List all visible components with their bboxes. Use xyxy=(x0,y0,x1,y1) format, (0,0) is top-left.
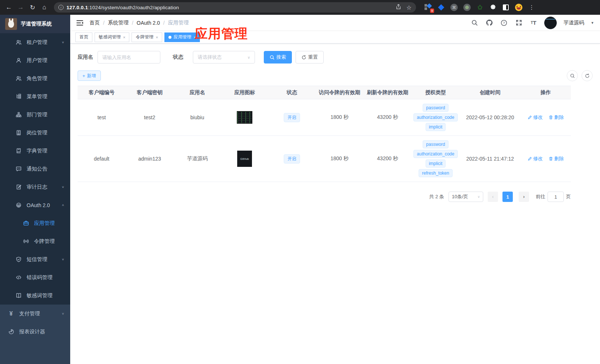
goto-label: 前往 xyxy=(536,193,545,200)
profile-emoji-icon[interactable] xyxy=(515,3,523,11)
toggle-search-icon[interactable] xyxy=(567,70,578,81)
report-icon xyxy=(8,329,14,335)
app-title: 芋道管理系统 xyxy=(21,21,52,27)
users-icon xyxy=(16,40,21,45)
org-chart-icon xyxy=(16,112,21,118)
close-icon[interactable]: × xyxy=(123,35,125,40)
font-size-icon[interactable]: TT xyxy=(529,19,538,27)
user-icon xyxy=(16,58,21,63)
col-status: 状态 xyxy=(268,86,316,99)
delete-button[interactable]: 删除 xyxy=(549,155,564,162)
extension-badge: 9 xyxy=(430,8,434,13)
page-number-1[interactable]: 1 xyxy=(502,192,513,202)
user-name[interactable]: 芋道源码 xyxy=(563,20,584,26)
edit-button[interactable]: 修改 xyxy=(528,114,543,121)
goto-page-input[interactable] xyxy=(548,192,564,202)
table-row: default admin123 芋道源码 GitHub 开启 1800 秒 4… xyxy=(78,136,571,182)
sidebar-item-audit-log[interactable]: 审计日志∨ xyxy=(0,178,70,196)
extension-diamond-icon[interactable] xyxy=(437,3,445,11)
breadcrumb-home[interactable]: 首页 xyxy=(89,20,100,26)
browser-reload-icon[interactable]: ↻ xyxy=(27,2,38,13)
red-annotation-label: 应用管理 xyxy=(195,25,248,42)
reset-button[interactable]: 重置 xyxy=(296,51,324,63)
prev-page-button[interactable]: ‹ xyxy=(488,192,498,202)
tab-home[interactable]: 首页 xyxy=(75,32,92,42)
delete-button[interactable]: 删除 xyxy=(549,114,564,121)
extension-puzzle-icon[interactable] xyxy=(489,3,497,11)
sidebar-item-tenant[interactable]: 租户管理∨ xyxy=(0,33,70,51)
fullscreen-icon[interactable] xyxy=(515,19,523,27)
grant-tag: refresh_token xyxy=(419,169,452,177)
sidebar-item-oauth[interactable]: OAuth 2.0∧ xyxy=(0,196,70,214)
edit-button[interactable]: 修改 xyxy=(528,155,543,162)
site-info-icon[interactable]: i xyxy=(58,5,64,10)
sidebar-item-dept[interactable]: 部门管理 xyxy=(0,106,70,124)
breadcrumb-current: 应用管理 xyxy=(168,20,189,26)
page-size-select[interactable]: 10条/页∨ xyxy=(449,192,483,202)
extension-grid-icon[interactable]: 9 xyxy=(424,3,432,11)
sidebar-item-oauth-application[interactable]: 应用管理 xyxy=(0,214,70,232)
breadcrumb-system[interactable]: 系统管理 xyxy=(108,20,129,26)
browser-chrome: ← → ↻ ⌂ i 127.0.0.1:1024/system/oauth2/o… xyxy=(0,0,600,15)
tab-token[interactable]: 令牌管理× xyxy=(132,32,162,42)
robot-icon xyxy=(16,202,21,208)
sidebar-item-role[interactable]: 角色管理 xyxy=(0,69,70,87)
sidebar-item-error-code[interactable]: 错误码管理 xyxy=(0,268,70,286)
briefcase-icon xyxy=(23,220,29,226)
log-icon xyxy=(16,184,21,190)
sidebar-item-post[interactable]: 岗位管理 xyxy=(0,124,70,142)
close-icon[interactable]: × xyxy=(156,35,158,40)
next-page-button[interactable]: › xyxy=(519,192,529,202)
browser-back-icon[interactable]: ← xyxy=(4,2,14,13)
header-search-icon[interactable] xyxy=(470,19,478,27)
github-icon[interactable] xyxy=(485,19,493,27)
tab-sensitive-word[interactable]: 敏感词管理× xyxy=(95,32,129,42)
filter-form: 应用名 状态 请选择状态 ∨ 搜索 重置 xyxy=(78,51,593,63)
cell-secret: admin123 xyxy=(127,156,172,162)
grant-tag: password xyxy=(423,140,448,148)
extension-star-icon[interactable]: ✩ xyxy=(476,3,484,11)
cell-app-name: 芋道源码 xyxy=(175,155,219,162)
browser-forward-icon[interactable]: → xyxy=(16,2,26,13)
grant-tag: implicit xyxy=(426,123,446,131)
app-terminal-thumbnail xyxy=(237,111,252,124)
cell-client-id: test xyxy=(79,114,124,120)
cell-client-id: default xyxy=(79,156,124,162)
extension-panel-icon[interactable] xyxy=(502,3,510,11)
sidebar-logo[interactable]: 芋道管理系统 xyxy=(0,15,70,33)
share-icon[interactable] xyxy=(396,4,401,10)
add-button[interactable]: +新增 xyxy=(78,71,101,81)
address-bar[interactable]: i 127.0.0.1:1024/system/oauth2/oauth2/ap… xyxy=(54,2,416,13)
sidebar-item-report-designer[interactable]: 报表设计器 xyxy=(0,323,70,341)
sidebar-item-user[interactable]: 用户管理 xyxy=(0,51,70,69)
sidebar-item-menu[interactable]: 菜单管理 xyxy=(0,87,70,106)
user-menu-caret-icon[interactable]: ▼ xyxy=(591,21,594,25)
message-icon xyxy=(16,166,21,172)
page-unit-label: 页 xyxy=(566,193,571,200)
badge-icon xyxy=(16,130,21,136)
sidebar-item-dict[interactable]: 字典管理 xyxy=(0,142,70,160)
browser-menu-icon[interactable]: ⋮ xyxy=(528,3,536,11)
bookmark-star-icon[interactable]: ☆ xyxy=(406,4,412,11)
users-icon xyxy=(16,76,21,82)
sidebar-item-sms[interactable]: 短信管理∨ xyxy=(0,250,70,268)
extension-command-icon[interactable]: ⌘ xyxy=(450,3,458,11)
refresh-table-icon[interactable] xyxy=(582,70,593,81)
sidebar-item-notice[interactable]: 通知公告 xyxy=(0,160,70,178)
extension-record-icon[interactable] xyxy=(463,3,471,11)
breadcrumb-oauth[interactable]: OAuth 2.0 xyxy=(137,20,160,26)
search-button[interactable]: 搜索 xyxy=(264,51,292,63)
sidebar-collapse-icon[interactable] xyxy=(76,19,83,27)
status-label: 状态 xyxy=(173,54,183,61)
status-select[interactable]: 请选择状态 ∨ xyxy=(193,51,255,63)
sidebar-item-sensitive-word[interactable]: 敏感词管理 xyxy=(0,286,70,305)
browser-home-icon[interactable]: ⌂ xyxy=(39,2,50,13)
sidebar-item-pay[interactable]: ¥ 支付管理∨ xyxy=(0,305,70,323)
user-avatar[interactable] xyxy=(544,17,557,29)
page-content: 应用名 状态 请选择状态 ∨ 搜索 重置 xyxy=(70,44,600,364)
sidebar-item-oauth-token[interactable]: 令牌管理 xyxy=(0,232,70,250)
app-name-input[interactable] xyxy=(102,55,156,60)
col-refresh-ttl: 刷新令牌的有效期 xyxy=(364,86,412,99)
table-toolbar: +新增 xyxy=(78,70,593,81)
help-icon[interactable]: ? xyxy=(500,19,508,27)
